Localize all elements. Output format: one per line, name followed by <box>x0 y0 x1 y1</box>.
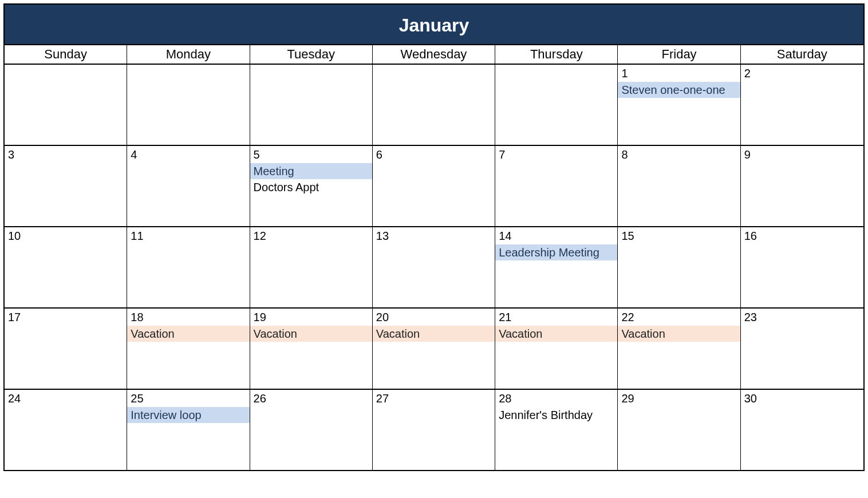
month-title: January <box>399 15 469 35</box>
calendar: January Sunday Monday Tuesday Wednesday … <box>3 3 865 471</box>
day-number: 1 <box>621 67 628 80</box>
day-number: 6 <box>376 148 382 161</box>
day-number: 4 <box>131 148 137 161</box>
dow-tuesday: Tuesday <box>250 45 373 65</box>
day-cell[interactable]: 18Vacation <box>127 309 250 389</box>
day-cell[interactable]: 19Vacation <box>250 309 373 389</box>
day-cell[interactable]: 7 <box>495 146 618 226</box>
day-cell[interactable]: 6 <box>373 146 495 226</box>
day-cell[interactable]: 25Interview loop <box>127 390 250 470</box>
day-number: 16 <box>744 230 757 243</box>
events-list: MeetingDoctors Appt <box>250 163 372 195</box>
events-list: Vacation <box>618 326 740 342</box>
events-list: Jennifer's Birthday <box>495 407 617 423</box>
day-number: 28 <box>499 392 511 405</box>
day-cell[interactable]: 11 <box>127 227 250 307</box>
day-number: 24 <box>8 392 21 405</box>
dow-monday: Monday <box>127 45 250 65</box>
day-cell[interactable]: 8 <box>618 146 740 226</box>
events-list: Leadership Meeting <box>495 244 617 260</box>
calendar-event[interactable]: Doctors Appt <box>250 179 372 195</box>
week-row: 345MeetingDoctors Appt6789 <box>5 146 863 227</box>
day-number: 18 <box>131 311 143 324</box>
day-cell[interactable]: 21Vacation <box>495 309 618 389</box>
day-cell[interactable]: 27 <box>373 390 495 470</box>
day-number: 21 <box>499 311 511 324</box>
day-cell[interactable]: 26 <box>250 390 373 470</box>
day-number: 13 <box>376 230 389 243</box>
day-cell[interactable]: 13 <box>373 227 495 307</box>
day-number: 5 <box>254 148 260 161</box>
events-list: Vacation <box>127 326 249 342</box>
day-cell[interactable]: 3 <box>5 146 127 226</box>
month-header: January <box>5 5 863 45</box>
day-cell[interactable]: 23 <box>741 309 863 389</box>
dow-saturday: Saturday <box>741 45 863 65</box>
calendar-event[interactable]: Vacation <box>127 326 249 342</box>
day-number: 15 <box>621 230 634 243</box>
day-cell[interactable]: 10 <box>5 227 127 307</box>
calendar-event[interactable]: Meeting <box>250 163 372 179</box>
calendar-event[interactable]: Vacation <box>618 326 740 342</box>
dow-sunday: Sunday <box>5 45 127 65</box>
day-number: 9 <box>744 148 751 161</box>
day-cell[interactable]: 22Vacation <box>618 309 740 389</box>
events-list: Vacation <box>250 326 372 342</box>
day-cell[interactable]: 12 <box>250 227 373 307</box>
day-number: 22 <box>621 311 634 324</box>
day-cell[interactable]: 29 <box>618 390 740 470</box>
events-list: Interview loop <box>127 407 249 423</box>
day-cell[interactable]: 15 <box>618 227 740 307</box>
day-number: 10 <box>8 230 21 243</box>
week-row: 2425Interview loop262728Jennifer's Birth… <box>5 390 863 470</box>
day-cell[interactable]: 9 <box>741 146 863 226</box>
week-row: 1718Vacation19Vacation20Vacation21Vacati… <box>5 309 863 390</box>
day-number: 17 <box>8 311 21 324</box>
day-cell[interactable] <box>495 65 618 145</box>
dow-friday: Friday <box>618 45 740 65</box>
day-number: 25 <box>131 392 143 405</box>
events-list: Vacation <box>373 326 495 342</box>
day-cell[interactable]: 2 <box>741 65 863 145</box>
day-cell[interactable] <box>250 65 373 145</box>
day-number: 30 <box>744 392 757 405</box>
day-number: 29 <box>621 392 634 405</box>
day-of-week-row: Sunday Monday Tuesday Wednesday Thursday… <box>5 45 863 65</box>
day-number: 7 <box>499 148 505 161</box>
day-cell[interactable]: 1Steven one-one-one <box>618 65 740 145</box>
day-number: 20 <box>376 311 389 324</box>
day-cell[interactable] <box>5 65 127 145</box>
calendar-event[interactable]: Interview loop <box>127 407 249 423</box>
day-number: 3 <box>8 148 14 161</box>
day-number: 2 <box>744 67 751 80</box>
events-list: Steven one-one-one <box>618 82 740 98</box>
dow-thursday: Thursday <box>495 45 618 65</box>
day-cell[interactable]: 4 <box>127 146 250 226</box>
day-number: 27 <box>376 392 389 405</box>
events-list: Vacation <box>495 326 617 342</box>
calendar-event[interactable]: Jennifer's Birthday <box>495 407 617 423</box>
weeks-container: 1Steven one-one-one2345MeetingDoctors Ap… <box>5 65 863 470</box>
calendar-event[interactable]: Vacation <box>495 326 617 342</box>
week-row: 1Steven one-one-one2 <box>5 65 863 146</box>
calendar-event[interactable]: Steven one-one-one <box>618 82 740 98</box>
calendar-event[interactable]: Vacation <box>250 326 372 342</box>
calendar-event[interactable]: Leadership Meeting <box>495 244 617 260</box>
day-number: 8 <box>621 148 628 161</box>
day-cell[interactable]: 20Vacation <box>373 309 495 389</box>
day-cell[interactable]: 16 <box>741 227 863 307</box>
day-number: 19 <box>254 311 266 324</box>
day-cell[interactable]: 5MeetingDoctors Appt <box>250 146 373 226</box>
day-cell[interactable] <box>127 65 250 145</box>
day-number: 14 <box>499 230 511 243</box>
week-row: 1011121314Leadership Meeting1516 <box>5 227 863 309</box>
day-cell[interactable]: 28Jennifer's Birthday <box>495 390 618 470</box>
day-cell[interactable]: 17 <box>5 309 127 389</box>
day-cell[interactable] <box>373 65 495 145</box>
day-cell[interactable]: 24 <box>5 390 127 470</box>
day-number: 11 <box>131 230 143 243</box>
calendar-event[interactable]: Vacation <box>373 326 495 342</box>
day-cell[interactable]: 14Leadership Meeting <box>495 227 618 307</box>
day-number: 26 <box>254 392 266 405</box>
day-cell[interactable]: 30 <box>741 390 863 470</box>
